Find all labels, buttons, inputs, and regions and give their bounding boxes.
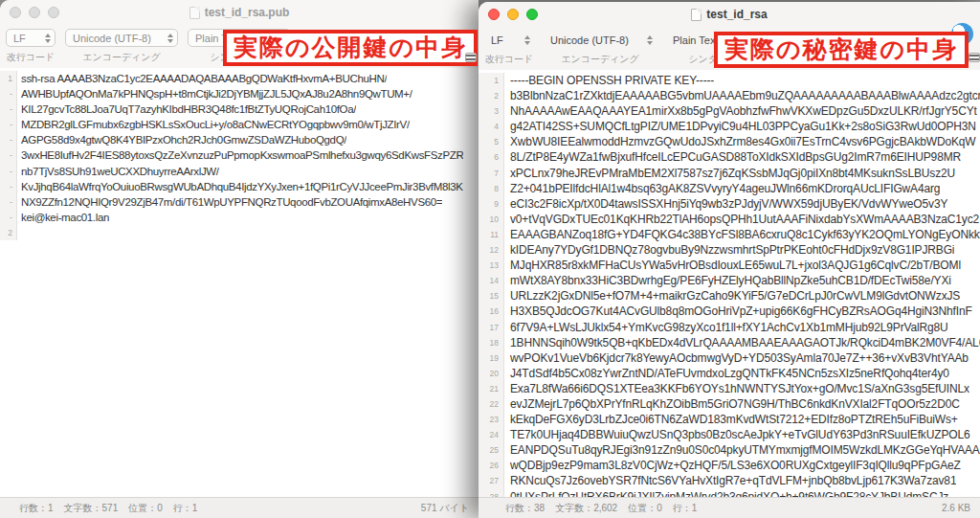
line-number: 13 xyxy=(479,258,504,273)
editor-line: 8 Z2+041bPEIlfdcHlAl1w4bsq63gAK8ZSVvyryY… xyxy=(479,181,980,196)
line-number: 6 xyxy=(479,149,504,165)
chevron-updown-icon xyxy=(45,34,51,43)
status-item: 行数：1 xyxy=(19,502,54,515)
editor-line: 2 xyxy=(0,225,479,240)
zoom-button[interactable] xyxy=(526,9,538,20)
chevron-updown-icon xyxy=(647,35,653,45)
line-number: - xyxy=(0,101,17,117)
line-text: XwbWU8IEEalwmoddHzmvzGQwUdoJSxhZrm8es4Gx… xyxy=(504,134,976,149)
editor-line: 22 evJZMejrL7p6QbXPrYfnRLqKhZOibBm5GriO7… xyxy=(479,396,980,412)
editor-line: 2 b3BlbnNzaC1rZXktdjEAAAAABG5vbmUAAAAEbm… xyxy=(479,88,980,103)
line-text: kEkqDeFGX6yD3LrbZJce0i6TN6ZaWD183mKvdWtS… xyxy=(504,412,958,427)
line-number: 20 xyxy=(479,366,504,381)
encoding-select[interactable]: Unicode (UTF-8) xyxy=(65,29,178,47)
line-text: 6f7V9A+LWsLJUklx54+YmKvcG98zyXco1f1ll+fX… xyxy=(504,320,948,335)
text-lines-icon[interactable] xyxy=(465,53,477,62)
line-text: KvJjhqB64laWfrqYoOuiuoBRwsgWUbADhquB4Ijd… xyxy=(17,179,463,194)
editor-lines: 1 ssh-rsa AAAAB3NzaC1yc2EAAAADAQABAAABgQ… xyxy=(0,71,479,240)
line-number: 9 xyxy=(479,196,504,212)
status-items: 行数：38文字数：2,602位置：0行：1 xyxy=(505,502,697,515)
line-text: b3BlbnNzaC1rZXktdjEAAAAABG5vbmUAAAAEbm9u… xyxy=(504,88,980,103)
line-text: wvPOKv1VueVb6Kjdcr7k8YewyAOcbmwgVyD+YD50… xyxy=(504,350,969,366)
line-text: evJZMejrL7p6QbXPrYfnRLqKhZOibBm5GriO7NG9… xyxy=(504,396,960,412)
line-text: eCI3c2F8icXp/tX0D4tawsISSXHnj5iYq9wb3zPJ… xyxy=(504,196,947,212)
line-number: 7 xyxy=(479,166,504,181)
editor-line: 10 v0+tVqVGDxTUEc01KqKHRb22TlAH6opsQPHh1… xyxy=(479,212,980,227)
editor-line: 15 URLzzK2jGxDNl5e+fO7M+4+maikrGzCaho9KY… xyxy=(479,288,980,304)
line-number: 23 xyxy=(479,412,504,427)
line-text: RKNcuQs7Jz6ovebYSR7fNtcS6VYaHvXtIgR7e+qT… xyxy=(504,473,956,488)
file-size: 571 バイト xyxy=(421,502,469,515)
line-number: 1 xyxy=(479,73,504,88)
text-editor-area[interactable]: 1 -----BEGIN OPENSSH PRIVATE KEY----- 2 … xyxy=(479,70,980,497)
encoding-label: エンコーディング xyxy=(82,51,161,64)
editor-line: 11 EAAAGBANZoq18fG+YD4FQKG4c38BYcFSl8BA6… xyxy=(479,227,980,242)
line-text: nb7TjVs8SUh91weUCXXDhuyrreAArxlJW/ xyxy=(17,164,219,179)
editor-line: 14 mWtX8AY8bnx33HiC3BDwrhgEg/PE6FyHZElyH… xyxy=(479,273,980,288)
line-number: 27 xyxy=(479,473,504,488)
editor-line: 7 xPCLnx79heJREvPMraMbEM2Xl7587sz7j6ZqKS… xyxy=(479,166,980,181)
window-title: test_id_rsa.pub xyxy=(205,6,290,19)
line-number: 4 xyxy=(479,119,504,134)
editor-line: 24 TE7k0UHjaq4DBBWuiuQwzUSnQ3pbs0Bz0scAe… xyxy=(479,427,980,442)
status-item: 行：1 xyxy=(673,502,698,515)
editor-line: - nb7TjVs8SUh91weUCXXDhuyrreAArxlJW/ xyxy=(0,164,479,179)
minimize-button[interactable] xyxy=(507,9,519,20)
line-ending-select[interactable]: LF xyxy=(6,29,56,47)
line-number: 17 xyxy=(479,320,504,335)
encoding-select[interactable]: Unicode (UTF-8) xyxy=(544,31,657,49)
close-button[interactable] xyxy=(10,7,21,18)
line-text: -----BEGIN OPENSSH PRIVATE KEY----- xyxy=(504,73,714,88)
line-text xyxy=(17,225,21,240)
editor-line: 4 g42ATI42SS+SUMQCfLtgPIZ/UME1DPvyiC9u4H… xyxy=(479,119,980,134)
line-number: 28 xyxy=(479,489,504,497)
editor-line: - KIL27gcvTc88LJoa7UqT7azyhKIbdHBR3Q48fc… xyxy=(0,101,479,117)
line-text: v0+tVqVGDxTUEc01KqKHRb22TlAH6opsQPHh1Uut… xyxy=(504,212,979,227)
status-item: 行数：38 xyxy=(505,502,545,515)
line-number: 5 xyxy=(479,134,504,149)
editor-line: - 3wxHE8IufHv2F4IES88ytoxsQzZeXvnzuzPuPp… xyxy=(0,147,479,163)
status-item: 位置：0 xyxy=(128,502,163,515)
line-number: - xyxy=(0,117,17,132)
line-number: 12 xyxy=(479,242,504,258)
editor-line: 18 1BHNNSqih0W9tk5QB+qKbEDx4dVLrQAAAAMBA… xyxy=(479,335,980,350)
line-ending-select[interactable]: LF xyxy=(484,31,534,49)
line-number: 1 xyxy=(0,71,17,86)
editor-line: 9 eCI3c2F8icXp/tX0D4tawsISSXHnj5iYq9wb3z… xyxy=(479,196,980,212)
window-title: test_id_rsa xyxy=(706,8,767,21)
document-proxy-icon[interactable] xyxy=(189,7,200,19)
file-size: 2.6 KB xyxy=(942,503,970,513)
line-number: 22 xyxy=(479,396,504,412)
line-number: 25 xyxy=(479,442,504,458)
line-text: EAAAGBANZoq18fG+YD4FQKG4c38BYcFSl8BA6cxr… xyxy=(504,227,980,242)
line-number: 10 xyxy=(479,212,504,227)
document-proxy-icon[interactable] xyxy=(691,9,702,21)
status-bar: 行数：38文字数：2,602位置：0行：1 2.6 KB xyxy=(479,497,980,518)
line-text: J4TdSdf4b5Cx08zYwrZntND/ATeFUvmdxoLzgQNT… xyxy=(504,366,949,381)
line-number: 21 xyxy=(479,381,504,396)
editor-line: 1 -----BEGIN OPENSSH PRIVATE KEY----- xyxy=(479,73,980,88)
line-text: kei@kei-mac01.lan xyxy=(17,210,109,225)
line-number: 26 xyxy=(479,458,504,473)
editor-line: 3 NhAAAAAwEAAQAAAYEA1mirXx8b5gPgVAobhzfw… xyxy=(479,103,980,119)
annotation-private-key: 実際の秘密鍵の中身 xyxy=(714,32,969,68)
titlebar[interactable]: test_id_rsa.pub xyxy=(0,0,479,25)
editor-line: 23 kEkqDeFGX6yD3LrbZJce0i6TN6ZaWD183mKvd… xyxy=(479,412,980,427)
window-title-group: test_id_rsa.pub xyxy=(189,6,290,19)
zoom-button[interactable] xyxy=(48,7,59,18)
minimize-button[interactable] xyxy=(29,7,40,18)
text-editor-area[interactable]: 1 ssh-rsa AAAAB3NzaC1yc2EAAAADAQABAAABgQ… xyxy=(0,68,479,497)
titlebar[interactable]: test_id_rsa xyxy=(479,2,980,27)
line-text: AGPG58d9x4gtwQ8K4YBIPzxOhch2RJch0GmwZSDa… xyxy=(17,132,346,147)
line-number: - xyxy=(0,86,17,101)
line-text: EANPDQSuTu8qyRJEgi3n91zZn9u0S0c04pkyUTMY… xyxy=(504,442,980,458)
editor-line: 16 H3XB5QJdcOG7Kut4ACvGUlb8q8mOGoHriVpZ+… xyxy=(479,304,980,319)
line-number: 8 xyxy=(479,181,504,196)
line-text: Z2+041bPEIlfdcHlAl1w4bsq63gAK8ZSVvyryY4a… xyxy=(504,181,940,196)
line-text: KIL27gcvTc88LJoa7UqT7azyhKIbdHBR3Q48fc1f… xyxy=(17,101,356,117)
close-button[interactable] xyxy=(488,9,500,20)
text-lines-icon[interactable] xyxy=(969,53,980,62)
status-item: 文字数：2,602 xyxy=(555,502,617,515)
editor-line: 12 kIDEAny7YDyGf1DBNQz78ogvbuBy9Nzzwsmhr… xyxy=(479,242,980,258)
encoding-label: エンコーディング xyxy=(561,53,639,66)
